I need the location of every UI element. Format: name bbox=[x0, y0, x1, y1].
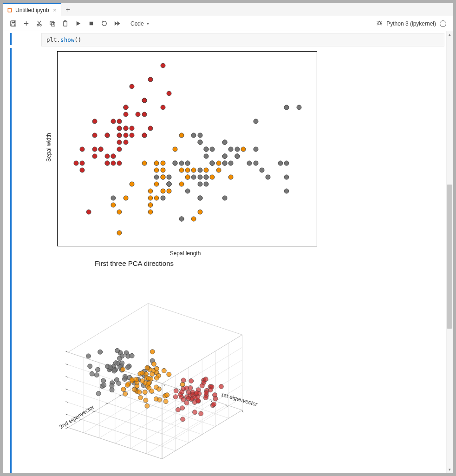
data-point bbox=[197, 168, 202, 173]
data-point bbox=[167, 189, 172, 194]
data-point bbox=[204, 175, 209, 180]
code-prefix: plt. bbox=[46, 36, 60, 43]
run-all-button[interactable] bbox=[111, 18, 123, 29]
scrollbar-down-icon[interactable]: ▾ bbox=[447, 467, 453, 472]
svg-rect-3 bbox=[12, 21, 14, 23]
svg-line-94 bbox=[66, 428, 68, 429]
svg-line-97 bbox=[66, 402, 68, 403]
data-point bbox=[173, 147, 178, 152]
data-point-3d bbox=[167, 372, 171, 377]
data-point bbox=[197, 196, 202, 201]
svg-line-98 bbox=[66, 389, 68, 390]
data-point-3d bbox=[181, 417, 185, 422]
data-point-3d bbox=[192, 410, 197, 415]
data-point bbox=[117, 140, 122, 145]
data-point-3d bbox=[108, 365, 112, 370]
scrollbar-thumb[interactable] bbox=[447, 185, 452, 329]
data-point bbox=[130, 182, 135, 187]
data-point-3d bbox=[180, 382, 185, 387]
y-axis-label: Sepal width bbox=[46, 129, 52, 166]
data-point-3d bbox=[176, 407, 180, 412]
data-point-3d bbox=[132, 387, 137, 392]
svg-rect-16 bbox=[89, 22, 93, 26]
data-point bbox=[167, 91, 172, 96]
code-cell[interactable]: plt.show() bbox=[41, 33, 444, 46]
svg-line-101 bbox=[66, 351, 68, 352]
data-point bbox=[241, 147, 246, 152]
data-point bbox=[92, 147, 98, 152]
cell-gutter-code bbox=[10, 33, 12, 45]
data-point-3d bbox=[180, 406, 185, 410]
plot-area bbox=[57, 51, 317, 246]
data-point bbox=[154, 175, 159, 180]
scrollbar-up-icon[interactable]: ▴ bbox=[447, 32, 453, 37]
data-point bbox=[111, 203, 116, 208]
data-point bbox=[80, 161, 85, 166]
data-point bbox=[154, 161, 159, 166]
data-point bbox=[197, 210, 202, 215]
data-point bbox=[260, 168, 265, 173]
svg-rect-2 bbox=[10, 21, 15, 26]
data-point-3d bbox=[151, 362, 156, 366]
run-button[interactable] bbox=[72, 18, 84, 29]
paste-button[interactable] bbox=[59, 18, 71, 29]
data-point-3d bbox=[143, 390, 147, 395]
data-point bbox=[216, 168, 221, 173]
copy-button[interactable] bbox=[46, 18, 58, 29]
save-button[interactable] bbox=[7, 18, 19, 29]
data-point bbox=[130, 84, 135, 89]
svg-line-51 bbox=[95, 411, 189, 443]
svg-point-19 bbox=[378, 21, 381, 25]
data-point bbox=[197, 182, 202, 187]
celltype-dropdown[interactable]: Code ▾ bbox=[127, 20, 153, 28]
data-point bbox=[228, 161, 234, 166]
data-point-3d bbox=[186, 390, 191, 395]
restart-button[interactable] bbox=[98, 18, 110, 29]
cell-output: Sepal width Sepal length First three PCA… bbox=[41, 51, 444, 473]
data-point-3d bbox=[203, 377, 208, 382]
data-point bbox=[92, 119, 98, 124]
data-point bbox=[185, 161, 190, 166]
data-point bbox=[204, 147, 209, 152]
data-point-3d bbox=[125, 383, 130, 387]
data-point bbox=[204, 168, 209, 173]
cut-button[interactable] bbox=[33, 18, 45, 29]
close-icon[interactable]: × bbox=[52, 7, 58, 13]
data-point bbox=[160, 196, 165, 201]
data-point bbox=[191, 217, 196, 222]
svg-marker-15 bbox=[76, 21, 80, 26]
plot3d-canvas: 1st eigenvector2nd eigenvector3rd eigenv… bbox=[41, 277, 264, 473]
notebook-tab[interactable]: Untitled.ipynb × bbox=[3, 3, 61, 16]
data-point-3d bbox=[173, 395, 178, 399]
stop-button[interactable] bbox=[85, 18, 97, 29]
data-point bbox=[148, 203, 153, 208]
add-tab-button[interactable]: + bbox=[62, 4, 73, 15]
svg-line-22 bbox=[381, 21, 382, 22]
data-point bbox=[148, 196, 153, 201]
svg-rect-12 bbox=[51, 23, 55, 26]
data-point-3d bbox=[192, 400, 197, 405]
data-point bbox=[154, 196, 159, 201]
data-point-3d bbox=[154, 385, 158, 390]
data-point bbox=[253, 119, 258, 124]
kernel-name[interactable]: Python 3 (ipykernel) bbox=[386, 20, 436, 27]
insert-cell-button[interactable] bbox=[20, 18, 32, 29]
data-point bbox=[136, 112, 141, 117]
data-point bbox=[204, 154, 209, 159]
data-point-3d bbox=[117, 356, 122, 361]
data-point bbox=[191, 168, 196, 173]
data-point-3d bbox=[125, 365, 130, 370]
svg-point-7 bbox=[37, 24, 39, 26]
data-point-3d bbox=[180, 390, 184, 394]
data-point bbox=[123, 140, 128, 145]
data-point-3d bbox=[157, 397, 162, 402]
data-point bbox=[185, 168, 190, 173]
scrollbar[interactable]: ▴ ▾ bbox=[446, 31, 453, 473]
data-point bbox=[123, 112, 128, 117]
data-point bbox=[204, 182, 209, 187]
bug-icon[interactable] bbox=[376, 20, 383, 27]
data-point bbox=[179, 161, 184, 166]
data-point-3d bbox=[188, 385, 193, 390]
kernel-idle-icon[interactable] bbox=[440, 20, 446, 27]
data-point-3d bbox=[162, 368, 166, 373]
